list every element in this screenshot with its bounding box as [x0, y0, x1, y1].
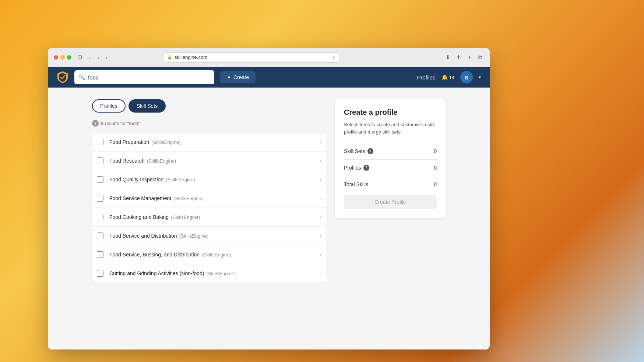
result-checkbox-6[interactable] — [97, 251, 103, 258]
bell-icon: 🔔 — [441, 74, 448, 80]
result-name-4: Food Cooking and Baking — [109, 214, 169, 220]
list-item[interactable]: Food Service, Bussing, and Distribution … — [92, 245, 326, 264]
chevron-right-icon-6: › — [320, 251, 321, 258]
list-item[interactable]: Food Service and Distribution (SkillsEng… — [92, 227, 326, 245]
forward-button[interactable]: › — [104, 53, 109, 61]
result-checkbox-5[interactable] — [97, 233, 103, 239]
panel-title: Create a profile — [344, 108, 437, 117]
chevron-right-icon-7: › — [320, 270, 321, 277]
total-skills-value: 0 — [434, 181, 437, 187]
browser-nav-controls: ‹ › — [96, 53, 109, 61]
profiles-nav-link[interactable]: Profiles — [417, 74, 436, 81]
app-header: 🔍 ✦ Create Profiles 🔔 14 S ▾ — [48, 67, 490, 88]
new-tab-btn[interactable]: ＋ — [465, 53, 474, 61]
skill-sets-stat: Skill Sets ? 0 — [344, 143, 437, 160]
skill-sets-help-icon[interactable]: ? — [367, 148, 373, 154]
url-text: skillengine.com — [175, 54, 207, 60]
total-skills-label: Total Skills — [344, 181, 368, 187]
header-right: Profiles 🔔 14 S ▾ — [417, 71, 481, 84]
skill-sets-label: Skill Sets ? — [344, 148, 373, 154]
result-source-3: (SkillsEngine) — [173, 196, 203, 201]
result-checkbox-3[interactable] — [97, 195, 103, 202]
notification-count: 14 — [449, 75, 454, 80]
list-item[interactable]: Food Cooking and Baking (SkillsEngine) › — [92, 208, 326, 227]
chevron-right-icon-0: › — [320, 139, 321, 145]
lock-icon: 🔒 — [167, 55, 172, 60]
list-item[interactable]: Food Service Management (SkillsEngine) › — [92, 189, 326, 208]
profiles-stat-label: Profiles ? — [344, 165, 369, 171]
result-checkbox-7[interactable] — [97, 270, 103, 277]
logo — [57, 71, 68, 84]
result-name-1: Food Research — [109, 158, 145, 164]
content-area: Profiles Skill Sets ? 8 results for "foo… — [48, 88, 490, 349]
result-name-3: Food Service Management — [109, 195, 171, 201]
result-source-5: (SkillsEngine) — [179, 233, 208, 239]
result-name-0: Food Preparation — [109, 139, 149, 145]
browser-window: ⊡ ⌄ ‹ › 🔒 skillengine.com ↻ ⬇ ⬆ ＋ ⧉ — [48, 48, 490, 349]
result-checkbox-2[interactable] — [97, 176, 103, 183]
total-skills-stat: Total Skills 0 — [344, 176, 437, 193]
list-item[interactable]: Food Preparation (SkillsEngine) › — [92, 133, 326, 152]
result-source-2: (SkillsEngine) — [166, 177, 195, 182]
traffic-light-red[interactable] — [54, 55, 58, 60]
list-item[interactable]: Food Quality Inspection (SkillsEngine) › — [92, 170, 326, 189]
result-name-6: Food Service, Bussing, and Distribution — [109, 252, 200, 258]
result-source-7: (SkillsEngine) — [207, 271, 236, 276]
traffic-light-yellow[interactable] — [60, 55, 65, 60]
profiles-stat: Profiles ? 0 — [344, 160, 437, 176]
panel-description: Select items to create and customize a s… — [344, 121, 437, 135]
share-btn[interactable]: ⬆ — [455, 53, 462, 61]
download-btn[interactable]: ⬇ — [444, 53, 452, 61]
create-profile-panel: Create a profile Select items to create … — [335, 99, 446, 218]
results-section: Profiles Skill Sets ? 8 results for "foo… — [92, 99, 326, 338]
list-item[interactable]: Food Research (SkillsEngine) › — [92, 152, 326, 170]
chevron-right-icon-3: › — [320, 195, 321, 202]
avatar[interactable]: S — [460, 71, 473, 84]
traffic-light-green[interactable] — [67, 55, 71, 60]
result-name-7: Cutting and Grinding Activities (Non-foo… — [109, 270, 204, 276]
dropdown-arrow-icon[interactable]: ▾ — [479, 75, 481, 80]
chevron-right-icon-2: › — [320, 176, 321, 183]
profiles-help-icon[interactable]: ? — [363, 165, 369, 171]
result-name-2: Food Quality Inspection — [109, 177, 163, 182]
results-info: ? 8 results for "food" — [92, 120, 326, 127]
notification-button[interactable]: 🔔 14 — [441, 74, 454, 80]
tab-skill-sets[interactable]: Skill Sets — [129, 99, 166, 113]
tab-profiles[interactable]: Profiles — [92, 99, 126, 113]
traffic-lights — [54, 55, 71, 60]
tabs-row: Profiles Skill Sets — [92, 99, 326, 113]
results-list: Food Preparation (SkillsEngine) › Food R… — [92, 132, 326, 283]
search-icon: 🔍 — [79, 74, 85, 80]
profiles-value: 0 — [434, 165, 437, 171]
results-help-icon[interactable]: ? — [92, 120, 99, 127]
back-button[interactable]: ‹ — [96, 53, 101, 61]
tabs-btn[interactable]: ⧉ — [477, 53, 484, 61]
browser-action-buttons: ⬇ ⬆ ＋ ⧉ — [444, 53, 484, 61]
search-input[interactable] — [88, 74, 210, 81]
list-item[interactable]: Cutting and Grinding Activities (Non-foo… — [92, 264, 326, 283]
create-button[interactable]: ✦ Create — [220, 71, 256, 83]
results-count-text: 8 results for "food" — [101, 121, 140, 126]
chevron-down-icon: ⌄ — [88, 55, 92, 60]
result-name-5: Food Service and Distribution — [109, 233, 177, 239]
browser-chrome: ⊡ ⌄ ‹ › 🔒 skillengine.com ↻ ⬇ ⬆ ＋ ⧉ — [48, 48, 490, 67]
main-content: Profiles Skill Sets ? 8 results for "foo… — [48, 88, 490, 349]
result-source-1: (SkillsEngine) — [147, 158, 176, 164]
create-wand-icon: ✦ — [227, 74, 231, 80]
result-checkbox-4[interactable] — [97, 214, 103, 220]
search-container: 🔍 — [74, 70, 214, 84]
logo-shield-icon — [57, 71, 68, 84]
reload-icon[interactable]: ↻ — [332, 55, 336, 60]
sidebar-toggle-btn[interactable]: ⊡ — [76, 53, 84, 61]
create-profile-button[interactable]: Create Profile — [344, 195, 437, 209]
result-source-6: (SkillsEngine) — [202, 252, 231, 258]
address-bar[interactable]: 🔒 skillengine.com ↻ — [163, 52, 340, 63]
create-label: Create — [233, 74, 249, 80]
skill-sets-value: 0 — [434, 148, 437, 154]
chevron-right-icon-5: › — [320, 233, 321, 239]
chevron-right-icon-1: › — [320, 157, 321, 164]
result-checkbox-1[interactable] — [97, 157, 103, 164]
chevron-right-icon-4: › — [320, 214, 321, 220]
result-checkbox-0[interactable] — [97, 139, 103, 145]
result-source-0: (SkillsEngine) — [151, 139, 180, 145]
